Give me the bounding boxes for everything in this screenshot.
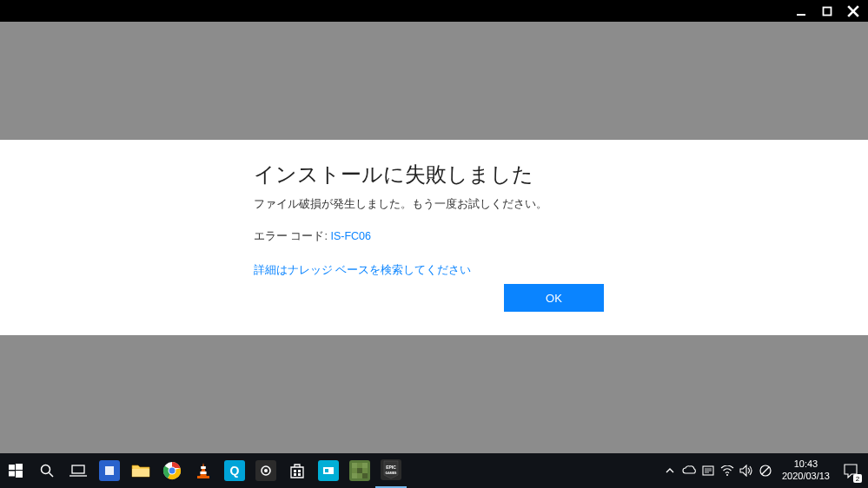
svg-rect-25 <box>298 473 301 476</box>
svg-rect-10 <box>72 465 84 473</box>
maximize-button[interactable] <box>819 3 835 19</box>
svg-rect-12 <box>105 466 114 475</box>
svg-rect-19 <box>197 476 209 478</box>
tray-no-entry-icon[interactable] <box>756 453 775 488</box>
tray-volume-icon[interactable] <box>737 453 756 488</box>
svg-rect-31 <box>357 468 362 473</box>
error-dialog: インストールに失敗しました ファイル破損が発生しました。もう一度お試しください。… <box>0 140 868 335</box>
file-explorer-button[interactable] <box>125 453 156 488</box>
tray-input-icon[interactable] <box>699 453 718 488</box>
dialog-content: インストールに失敗しました ファイル破損が発生しました。もう一度お試しください。… <box>254 161 619 278</box>
ok-button[interactable]: OK <box>504 284 604 312</box>
tray-onedrive-icon[interactable] <box>679 453 699 488</box>
taskbar-app-q[interactable]: Q <box>219 453 250 488</box>
notification-center-button[interactable]: 2 <box>837 453 865 488</box>
svg-rect-33 <box>362 473 368 478</box>
svg-rect-18 <box>200 472 206 474</box>
clock[interactable]: 10:43 2020/03/13 <box>775 458 837 483</box>
titlebar <box>0 0 868 22</box>
taskbar-right: 10:43 2020/03/13 2 <box>660 453 868 488</box>
kb-search-link[interactable]: 詳細はナレッジ ベースを検索してください <box>254 263 471 278</box>
epic-games-button[interactable]: EPICGAMES <box>375 453 407 488</box>
svg-rect-29 <box>352 463 357 468</box>
minecraft-button[interactable] <box>344 453 375 488</box>
start-button[interactable] <box>0 453 31 488</box>
svg-rect-5 <box>16 464 23 470</box>
svg-text:GAMES: GAMES <box>386 472 398 475</box>
minimize-button[interactable] <box>793 3 809 19</box>
error-code-line: エラー コード: IS-FC06 <box>254 229 619 244</box>
taskbar-app-gear[interactable] <box>250 453 282 488</box>
svg-point-40 <box>726 474 728 476</box>
taskbar-app-blue[interactable] <box>94 453 125 488</box>
svg-rect-13 <box>132 469 149 477</box>
svg-rect-30 <box>362 463 368 468</box>
notification-badge: 2 <box>853 474 862 483</box>
clock-time: 10:43 <box>794 458 818 471</box>
taskbar: Q EPICGAMES <box>0 453 868 488</box>
close-button[interactable] <box>845 3 861 19</box>
search-button[interactable] <box>31 453 63 488</box>
svg-point-8 <box>42 465 50 474</box>
svg-rect-17 <box>201 466 206 469</box>
svg-rect-27 <box>325 469 328 472</box>
dialog-subtitle: ファイル破損が発生しました。もう一度お試しください。 <box>254 197 619 212</box>
svg-text:EPIC: EPIC <box>386 465 396 470</box>
dialog-title: インストールに失敗しました <box>254 161 619 188</box>
svg-line-9 <box>50 473 54 478</box>
vlc-button[interactable] <box>188 453 219 488</box>
tray-chevron-up-icon[interactable] <box>660 453 679 488</box>
svg-rect-1 <box>824 7 832 15</box>
error-code-label: エラー コード: <box>254 230 330 242</box>
svg-rect-22 <box>294 470 296 472</box>
svg-rect-32 <box>352 473 357 478</box>
error-code-value[interactable]: IS-FC06 <box>330 230 371 242</box>
taskbar-left: Q EPICGAMES <box>0 453 407 488</box>
svg-rect-24 <box>294 473 296 476</box>
svg-rect-4 <box>9 465 15 470</box>
task-view-button[interactable] <box>63 453 94 488</box>
svg-rect-7 <box>16 471 23 478</box>
svg-point-16 <box>169 468 176 474</box>
svg-rect-6 <box>9 472 15 477</box>
svg-point-21 <box>264 469 268 472</box>
microsoft-store-button[interactable] <box>282 453 313 488</box>
chrome-button[interactable] <box>156 453 188 488</box>
app-body: インストールに失敗しました ファイル破損が発生しました。もう一度お試しください。… <box>0 22 868 453</box>
taskbar-app-cyan[interactable] <box>313 453 344 488</box>
tray-wifi-icon[interactable] <box>718 453 737 488</box>
svg-rect-23 <box>298 470 301 472</box>
clock-date: 2020/03/13 <box>782 471 830 483</box>
svg-line-42 <box>762 467 769 474</box>
